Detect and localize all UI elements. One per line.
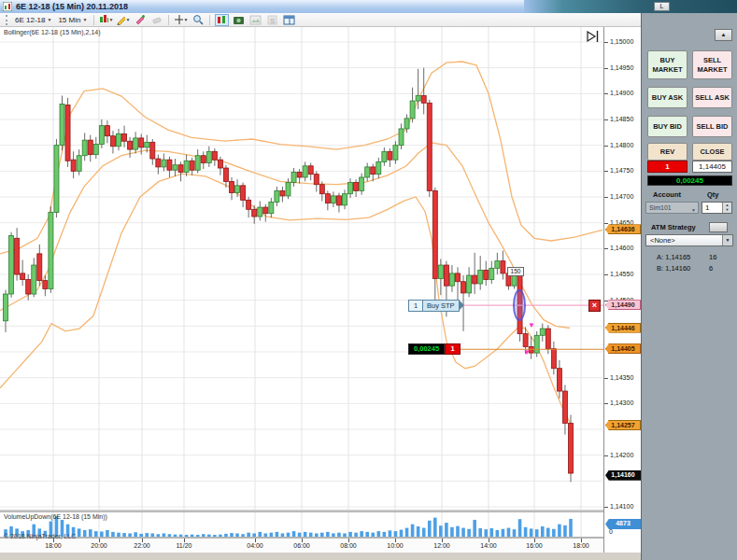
atm-options-button[interactable] xyxy=(709,222,728,232)
price-tick-label: 1,14100 xyxy=(610,503,633,510)
candle xyxy=(325,194,330,203)
candle xyxy=(195,156,200,170)
panel-icon[interactable] xyxy=(282,14,296,26)
title-bar[interactable]: 6E 12-18 (15 Min) 20.11.2018 L xyxy=(0,0,737,13)
time-tick-label: 04:00 xyxy=(241,542,269,549)
atm-strategy-select[interactable]: <None> ▼ xyxy=(645,234,733,246)
axis-tick xyxy=(604,171,608,172)
candle xyxy=(206,151,211,162)
ellipse-annotation[interactable] xyxy=(513,289,526,321)
candle xyxy=(263,207,268,214)
axis-tick xyxy=(604,68,608,69)
candle xyxy=(167,160,172,170)
position-pnl: 0,00245 xyxy=(408,343,445,355)
close-button[interactable]: CLOSE xyxy=(692,143,732,161)
axis-tick xyxy=(604,146,608,147)
candle xyxy=(467,275,472,293)
volume-bar xyxy=(541,526,545,537)
time-tick-label: 16:00 xyxy=(520,542,548,549)
candle xyxy=(212,151,217,160)
crosshair-icon[interactable]: ▼ xyxy=(174,14,188,26)
volume-bar xyxy=(484,529,488,537)
candle xyxy=(9,235,14,294)
entry-price-tag: 1,14405 xyxy=(605,343,641,354)
bar-type-icon[interactable] xyxy=(215,14,229,26)
volume-axis-zero: 0 xyxy=(609,528,613,535)
sell-ask-button[interactable]: SELL ASK xyxy=(692,87,732,108)
open-position-price: 1,14405 xyxy=(692,161,732,173)
buy-bid-button[interactable]: BUY BID xyxy=(647,116,687,137)
interval-label: 15 Min xyxy=(58,16,80,24)
spinner-arrows-icon[interactable]: ▲▼ xyxy=(722,203,731,213)
stop-price-tag: 1,14490 xyxy=(605,300,641,310)
quantity-stepper[interactable]: 1 ▲▼ xyxy=(702,202,732,214)
copyright-text: © 2018 NinjaTrader, LLC xyxy=(4,533,76,539)
reverse-button[interactable]: REV xyxy=(647,143,687,161)
time-tick-label: 12:00 xyxy=(428,542,456,549)
position-marker[interactable]: 0,00245 1 xyxy=(408,343,461,355)
volume-bar xyxy=(546,528,550,537)
panel-splitter[interactable] xyxy=(0,510,603,512)
cancel-order-button[interactable]: × xyxy=(588,300,601,312)
axis-tick xyxy=(604,223,608,224)
chart-style-icon[interactable]: ▼ xyxy=(99,14,113,26)
sell-bid-button[interactable]: SELL BID xyxy=(692,116,732,137)
time-axis[interactable]: 18:0020:0022:0011/2004:0006:0008:0010:00… xyxy=(0,539,641,553)
volume-bar xyxy=(83,530,87,537)
instrument-dropdown[interactable]: 6E 12-18 ▼ xyxy=(13,14,53,26)
candle xyxy=(15,238,20,274)
ask-size: 16 xyxy=(709,253,716,261)
volume-bar xyxy=(433,518,437,537)
candle xyxy=(99,126,104,145)
price-tick-label: 1,14200 xyxy=(610,452,633,458)
eraser-icon[interactable] xyxy=(149,14,163,26)
candle xyxy=(88,140,92,154)
candle xyxy=(269,203,274,214)
candle xyxy=(365,167,370,177)
collapse-panel-button[interactable]: ▲ xyxy=(715,29,732,41)
candle xyxy=(4,294,8,321)
candle xyxy=(223,168,228,181)
volume-bar xyxy=(563,525,567,537)
desktop-corner-button[interactable]: L xyxy=(654,2,670,11)
time-tick-label: 22:00 xyxy=(128,542,156,549)
toolbar-separator xyxy=(93,15,94,25)
candle xyxy=(438,265,443,278)
axis-tick xyxy=(604,248,608,249)
go-to-end-icon[interactable] xyxy=(585,29,601,48)
candle xyxy=(432,190,437,278)
price-tick-label: 1,14550 xyxy=(610,271,633,277)
atm-strategy-value: <None> xyxy=(650,236,675,245)
sell-market-button[interactable]: SELL MARKET xyxy=(692,50,732,79)
candle xyxy=(65,105,70,161)
account-select[interactable]: Sim101 ▼ xyxy=(645,202,699,214)
axis-tick xyxy=(604,507,608,508)
price-tick-label: 1,14750 xyxy=(610,167,633,174)
price-axis[interactable]: 1,150001,149501,149001,148501,148001,147… xyxy=(603,27,641,553)
candle xyxy=(410,101,415,119)
candle xyxy=(93,145,98,155)
bid-price: B: 1,14160 xyxy=(657,264,690,273)
volume-bar xyxy=(507,528,511,537)
position-qty: 1 xyxy=(445,343,461,355)
marker-icon[interactable] xyxy=(133,14,147,26)
pencil-icon[interactable]: ▼ xyxy=(116,14,130,26)
candle xyxy=(523,334,528,347)
snapshot-icon[interactable] xyxy=(232,14,246,26)
toolbar-grip[interactable] xyxy=(6,15,8,25)
buy-stop-order-marker[interactable]: 1 Buy STP xyxy=(408,300,460,312)
chevron-down-icon: ▼ xyxy=(108,17,113,22)
image-icon[interactable] xyxy=(248,14,262,26)
strategy-icon[interactable]: S xyxy=(265,14,279,26)
buy-ask-button[interactable]: BUY ASK xyxy=(647,87,687,108)
volume-bar xyxy=(428,521,432,537)
price-tick-label: 1,15000 xyxy=(610,38,633,45)
interval-dropdown[interactable]: 15 Min ▼ xyxy=(56,14,89,26)
candle xyxy=(247,200,251,209)
buy-market-button[interactable]: BUY MARKET xyxy=(647,50,687,79)
zoom-icon[interactable] xyxy=(191,14,205,26)
candle xyxy=(54,146,59,213)
candle xyxy=(26,280,31,294)
axis-tick xyxy=(604,274,608,275)
candle xyxy=(145,142,149,147)
